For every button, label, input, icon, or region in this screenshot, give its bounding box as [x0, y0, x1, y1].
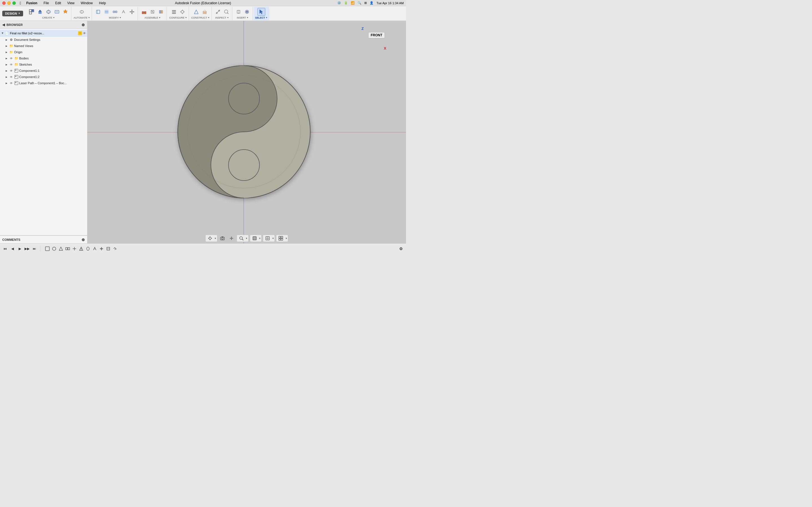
modify-icon-3[interactable] — [111, 8, 119, 16]
sidebar-add-button[interactable]: ⊕ — [82, 22, 85, 27]
extrude-icon[interactable] — [36, 8, 44, 16]
expand-arrow[interactable]: ▶ — [4, 69, 8, 73]
sidebar-item-laser-path[interactable]: ▶ 👁 Laser Path – Component1 – Boc... — [0, 80, 87, 86]
timeline-tool-8[interactable] — [92, 245, 98, 252]
timeline-prev-button[interactable]: ◀ — [10, 246, 15, 251]
eye-icon[interactable]: 👁 — [9, 62, 13, 67]
expand-arrow[interactable]: ▶ — [4, 62, 8, 66]
automate-label[interactable]: AUTOMATE ▼ — [73, 16, 90, 19]
timeline-tool-3[interactable] — [58, 245, 64, 252]
close-button[interactable] — [2, 1, 6, 5]
sidebar-item-document-settings[interactable]: ▶ ⚙ Document Settings — [0, 37, 87, 43]
assemble-icon-2[interactable] — [149, 8, 156, 16]
configure-icon-2[interactable] — [179, 8, 186, 16]
sidebar-item-bodies[interactable]: ▶ 👁 📁 Bodies — [0, 55, 87, 61]
construct-label[interactable]: CONSTRUCT ▼ — [191, 16, 209, 19]
create-label[interactable]: CREATE ▼ — [42, 16, 55, 19]
maximize-button[interactable] — [12, 1, 16, 5]
minimize-button[interactable] — [7, 1, 11, 5]
user-icon: 👤 — [370, 1, 373, 5]
search-icon[interactable]: 🔍 — [357, 1, 361, 5]
modify-icon-4[interactable] — [119, 8, 128, 16]
eye-icon[interactable]: 👁 — [9, 75, 13, 79]
sidebar-item-sketches[interactable]: ▶ 👁 📁 Sketches — [0, 61, 87, 68]
comments-add-button[interactable]: ⊕ — [82, 237, 85, 242]
select-icon[interactable] — [257, 8, 265, 16]
select-label[interactable]: SELECT ▼ — [255, 16, 267, 19]
timeline-tool-1[interactable] — [44, 245, 50, 252]
timeline-tool-6[interactable] — [78, 245, 84, 252]
design-button[interactable]: DESIGN ▼ — [2, 11, 23, 16]
move-icon[interactable] — [128, 8, 136, 16]
eye-icon[interactable]: 👁 — [9, 81, 13, 86]
timeline-tool-10[interactable] — [105, 245, 111, 252]
timeline-play-button[interactable]: ▶ — [17, 246, 22, 251]
viewport-options-button[interactable] — [277, 235, 285, 242]
sidebar-item-named-views[interactable]: ▶ 📁 Named Views — [0, 43, 87, 49]
sidebar-back-icon[interactable]: ◀ — [2, 23, 5, 27]
pan-button[interactable] — [227, 235, 236, 242]
timeline-next-button[interactable]: ▶▶ — [24, 246, 30, 251]
sidebar-item-component1-1[interactable]: ▶ 👁 Component1:1 — [0, 68, 87, 74]
menu-view[interactable]: View — [66, 1, 75, 5]
modify-label[interactable]: MODIFY ▼ — [109, 16, 121, 19]
sidebar-item-origin[interactable]: ▶ 📁 Origin — [0, 49, 87, 55]
configure-label[interactable]: CONFIGURE ▼ — [169, 16, 187, 19]
menu-fusion[interactable]: Fusion — [25, 1, 38, 5]
inspect-label[interactable]: INSPECT ▼ — [215, 16, 229, 19]
sidebar-item-component1-2[interactable]: ▶ 👁 Component1:2 — [0, 74, 87, 80]
snap-button[interactable] — [206, 235, 214, 242]
modify-icon-2[interactable] — [103, 8, 110, 16]
assemble-icon-3[interactable] — [157, 8, 165, 16]
insert-icon-1[interactable] — [235, 8, 243, 16]
apple-menu[interactable]:  — [20, 1, 21, 5]
assemble-label[interactable]: ASSEMBLE ▼ — [144, 16, 160, 19]
inspect-icon-2[interactable] — [222, 8, 231, 16]
viewport[interactable]: Z FRONT X ▼ ▼ — [87, 21, 406, 243]
controls-icon: ⚙️ — [337, 1, 341, 5]
timeline-tool-4[interactable] — [64, 245, 71, 252]
expand-arrow[interactable]: ▶ — [4, 81, 8, 85]
display-mode-button[interactable] — [251, 235, 259, 242]
construct-icon-1[interactable] — [192, 8, 200, 16]
assemble-icon-1[interactable] — [140, 8, 148, 16]
toolbar-section-select: SELECT ▼ — [253, 7, 269, 20]
modify-icon-1[interactable] — [94, 8, 102, 16]
insert-icon-2[interactable] — [243, 8, 251, 16]
inspect-icon-1[interactable] — [214, 8, 222, 16]
expand-arrow[interactable]: ▶ — [4, 44, 8, 48]
insert-label[interactable]: INSERT ▼ — [237, 16, 249, 19]
timeline-beginning-button[interactable]: ⏮ — [2, 246, 8, 251]
control-center-icon[interactable]: ⊞ — [364, 1, 367, 5]
grid-button[interactable] — [264, 235, 271, 242]
timeline-tool-5[interactable] — [71, 245, 78, 252]
zoom-button[interactable] — [238, 235, 245, 242]
expand-arrow[interactable]: ▶ — [4, 75, 8, 79]
eye-icon[interactable]: 👁 — [9, 56, 13, 61]
timeline-tool-7[interactable] — [85, 245, 91, 252]
automate-icon-1[interactable] — [78, 8, 86, 16]
configure-icon-1[interactable] — [170, 8, 178, 16]
menu-file[interactable]: File — [42, 1, 50, 5]
timeline-end-button[interactable]: ⏭ — [32, 246, 37, 251]
root-expand-icon[interactable]: ▼ — [1, 32, 4, 35]
revolve-icon[interactable] — [45, 8, 52, 16]
special-icon[interactable] — [61, 8, 69, 16]
tree-root-item[interactable]: ▼ 📄 Final no fillet (v2~recov... ! 👁 — [0, 30, 87, 37]
timeline-tool-2[interactable] — [51, 245, 57, 252]
menu-edit[interactable]: Edit — [54, 1, 62, 5]
menu-window[interactable]: Window — [80, 1, 94, 5]
camera-button[interactable] — [218, 235, 226, 242]
expand-arrow[interactable]: ▶ — [4, 50, 8, 54]
construct-icon-2[interactable] — [201, 8, 209, 16]
root-eye-icon[interactable]: 👁 — [83, 32, 86, 35]
expand-arrow[interactable]: ▶ — [4, 38, 8, 42]
timeline-tool-11[interactable] — [112, 245, 118, 252]
expand-arrow[interactable]: ▶ — [4, 56, 8, 60]
settings-gear-button[interactable]: ⚙ — [398, 246, 404, 251]
shell-icon[interactable] — [53, 8, 61, 16]
eye-icon[interactable]: 👁 — [9, 68, 13, 73]
new-component-icon[interactable] — [28, 8, 36, 16]
timeline-tool-9[interactable] — [98, 245, 105, 252]
menu-help[interactable]: Help — [98, 1, 107, 5]
